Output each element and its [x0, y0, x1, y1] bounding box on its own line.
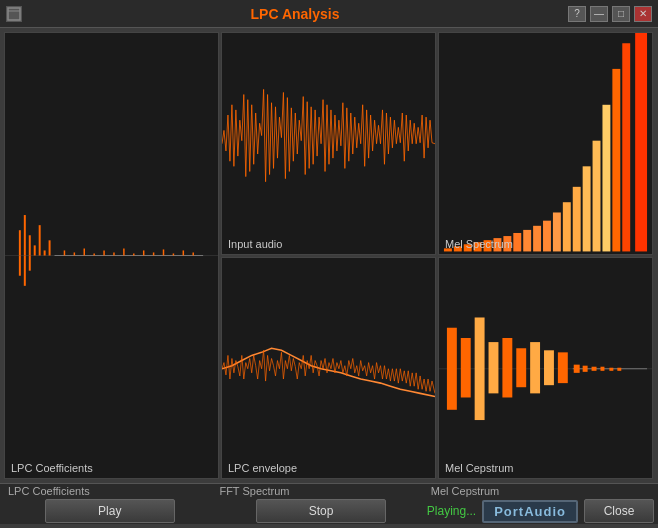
stop-section: FFT Spectrum Stop [215, 485, 426, 523]
svg-rect-49 [622, 43, 630, 251]
svg-rect-65 [583, 365, 588, 371]
svg-rect-48 [612, 69, 620, 252]
svg-rect-59 [516, 348, 526, 387]
title-bar-controls: ? — □ ✕ [568, 6, 652, 22]
svg-rect-57 [489, 342, 499, 393]
portaudio-button[interactable]: PortAudio [482, 500, 578, 523]
svg-rect-58 [502, 337, 512, 396]
lpc-envelope-label: LPC envelope [228, 462, 297, 474]
fft-bottom-label: FFT Spectrum [215, 485, 289, 497]
help-button[interactable]: ? [568, 6, 586, 22]
playing-section: Mel Cepstrum Playing... PortAudio Close [427, 485, 654, 523]
bottom-bar: LPC Coefficients Play FFT Spectrum Stop … [0, 483, 658, 524]
svg-rect-0 [8, 8, 20, 20]
title-bar-left [6, 6, 22, 22]
lpc-coefficients-panel: LPC Coefficients [4, 32, 219, 479]
svg-rect-38 [513, 233, 521, 251]
close-window-button[interactable]: ✕ [634, 6, 652, 22]
playing-status: Playing... [427, 504, 476, 518]
svg-rect-56 [475, 317, 485, 420]
svg-rect-50 [635, 33, 647, 251]
main-content: LPC Coefficients Input audio [0, 28, 658, 483]
window-title: LPC Analysis [22, 6, 568, 22]
svg-rect-42 [553, 212, 561, 251]
app-icon [6, 6, 22, 22]
svg-rect-66 [592, 366, 597, 370]
lpc-coefficients-label: LPC Coefficients [11, 462, 93, 474]
stop-button[interactable]: Stop [256, 499, 386, 523]
svg-rect-69 [617, 367, 621, 370]
svg-rect-45 [583, 166, 591, 251]
play-section: LPC Coefficients Play [4, 485, 215, 523]
lpc-envelope-panel: LPC envelope [221, 257, 436, 480]
title-bar: LPC Analysis ? — □ ✕ [0, 0, 658, 28]
svg-rect-43 [563, 202, 571, 251]
svg-rect-62 [558, 352, 568, 383]
svg-rect-54 [447, 327, 457, 409]
svg-rect-40 [533, 226, 541, 252]
svg-rect-39 [523, 230, 531, 252]
svg-rect-47 [602, 105, 610, 252]
svg-rect-41 [543, 221, 551, 252]
mel-cepstrum-panel: Mel Cepstrum [438, 257, 653, 480]
mel-spectrum-panel: Mel Spectrum [438, 32, 653, 255]
svg-rect-67 [600, 366, 604, 370]
minimize-button[interactable]: — [590, 6, 608, 22]
input-audio-panel: Input audio [221, 32, 436, 255]
svg-rect-64 [574, 364, 580, 372]
play-button[interactable]: Play [45, 499, 175, 523]
lpc-coeff-bottom-label: LPC Coefficients [4, 485, 90, 497]
mel-cepstrum-bottom-label: Mel Cepstrum [427, 485, 499, 497]
svg-rect-60 [530, 342, 540, 393]
mel-cepstrum-label: Mel Cepstrum [445, 462, 513, 474]
svg-rect-46 [593, 141, 601, 252]
svg-rect-61 [544, 350, 554, 385]
close-button[interactable]: Close [584, 499, 654, 523]
svg-rect-44 [573, 187, 581, 252]
mel-spectrum-label: Mel Spectrum [445, 238, 513, 250]
svg-rect-68 [609, 367, 613, 370]
maximize-button[interactable]: □ [612, 6, 630, 22]
svg-rect-51 [222, 258, 435, 479]
svg-rect-55 [461, 337, 471, 396]
input-audio-label: Input audio [228, 238, 282, 250]
